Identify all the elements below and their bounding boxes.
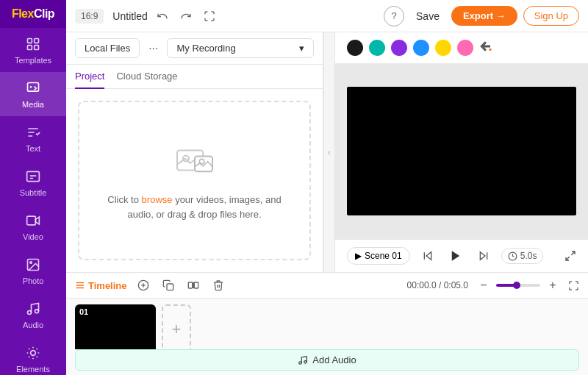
add-scene-toolbar-button[interactable] <box>135 278 152 293</box>
logo-clip-text: Clip <box>34 7 54 20</box>
svg-marker-23 <box>480 252 485 260</box>
svg-rect-19 <box>490 49 492 51</box>
save-button[interactable]: Save <box>410 7 445 25</box>
svg-rect-7 <box>27 216 36 225</box>
sidebar-item-media[interactable]: Media <box>0 72 66 116</box>
skip-back-button[interactable] <box>419 249 437 263</box>
color-purple[interactable] <box>391 40 407 56</box>
topbar: 16:9 Untitled ? Save Export → Sign Up <box>66 0 588 32</box>
panel-collapse-handle[interactable]: ‹ <box>323 32 335 272</box>
expand-preview-button[interactable] <box>564 250 576 262</box>
help-button[interactable]: ? <box>384 6 404 26</box>
duration-value: 5.0s <box>520 251 537 261</box>
color-pink[interactable] <box>457 40 473 56</box>
templates-icon <box>24 35 42 53</box>
preview-panel: ▶ Scene 01 5.0s <box>335 32 588 272</box>
logo-area: FlexClip <box>0 0 66 28</box>
more-options-button[interactable]: ··· <box>146 39 161 58</box>
sidebar-item-photo[interactable]: Photo <box>0 249 66 293</box>
tab-cloud-storage[interactable]: Cloud Storage <box>116 65 177 89</box>
signup-button[interactable]: Sign Up <box>523 6 579 26</box>
export-button[interactable]: Export → <box>451 6 517 26</box>
sidebar: FlexClip Templates Media Text Subtitle V <box>0 0 66 375</box>
music-icon <box>298 355 308 365</box>
timeline-time-display: 00:00.0 / 0:05.0 <box>407 280 468 290</box>
drop-instructions: Click to browse your videos, images, and… <box>94 193 295 221</box>
templates-label: Templates <box>15 56 51 65</box>
video-preview-area <box>335 63 588 239</box>
svg-rect-0 <box>28 39 32 43</box>
timeline-expand-button[interactable] <box>568 280 579 291</box>
svg-rect-4 <box>28 83 39 92</box>
zoom-in-button[interactable]: + <box>545 277 561 293</box>
zoom-out-button[interactable]: − <box>476 277 492 293</box>
skip-forward-button[interactable] <box>475 249 492 263</box>
color-blue[interactable] <box>413 40 429 56</box>
timeline-label: Timeline <box>75 280 127 291</box>
sidebar-item-subtitle[interactable]: Subtitle <box>0 160 66 204</box>
audio-icon <box>24 300 42 318</box>
drop-text-prefix: Click to <box>107 194 139 205</box>
color-teal[interactable] <box>369 40 385 56</box>
svg-marker-22 <box>451 251 459 261</box>
color-black[interactable] <box>347 40 363 56</box>
sidebar-item-text[interactable]: Text <box>0 116 66 160</box>
tab-project[interactable]: Project <box>75 65 104 89</box>
zoom-slider-thumb <box>513 282 520 289</box>
elements-icon <box>24 344 42 362</box>
media-drop-zone[interactable]: Click to browse your videos, images, and… <box>78 101 311 260</box>
text-label: Text <box>26 144 40 153</box>
clock-icon <box>508 251 517 261</box>
scene-selector-button[interactable]: ▶ Scene 01 <box>347 247 410 265</box>
scene-thumbnail-1[interactable]: 01 <box>75 304 156 349</box>
video-canvas <box>347 87 576 216</box>
logo-flex-text: Flex <box>12 7 34 20</box>
content-row: Local Files ··· My Recording ▾ Project C… <box>66 32 588 272</box>
video-icon <box>24 212 42 229</box>
split-scene-button[interactable] <box>184 278 202 293</box>
media-tabs: Project Cloud Storage <box>66 65 323 89</box>
svg-point-9 <box>30 262 32 264</box>
playback-controls: ▶ Scene 01 5.0s <box>335 239 588 272</box>
color-yellow[interactable] <box>435 40 451 56</box>
add-audio-label: Add Audio <box>312 354 356 365</box>
aspect-ratio-badge: 16:9 <box>75 9 104 24</box>
recording-dropdown[interactable]: My Recording ▾ <box>167 38 314 58</box>
svg-point-11 <box>35 310 39 313</box>
sidebar-item-audio[interactable]: Audio <box>0 293 66 337</box>
audio-label: Audio <box>23 321 43 329</box>
svg-point-37 <box>299 361 302 364</box>
svg-point-12 <box>31 351 36 356</box>
timeline-toolbar: Timeline 00:00.0 / 0:05.0 − + <box>66 273 588 299</box>
play-pause-button[interactable] <box>445 246 466 266</box>
subtitle-label: Subtitle <box>20 188 47 197</box>
scene-number: 01 <box>79 307 88 316</box>
fullscreen-button[interactable] <box>201 7 218 25</box>
redo-button[interactable] <box>177 7 195 25</box>
svg-point-10 <box>28 311 32 315</box>
video-label: Video <box>23 232 43 241</box>
sidebar-item-elements[interactable]: Elements <box>0 337 66 375</box>
delete-scene-button[interactable] <box>209 278 227 293</box>
timeline-zoom-control: − + <box>476 277 561 293</box>
photo-icon <box>24 256 42 274</box>
sidebar-item-video[interactable]: Video <box>0 204 66 249</box>
zoom-slider[interactable] <box>496 284 540 287</box>
browse-link[interactable]: browse <box>142 194 176 205</box>
media-label: Media <box>22 100 44 109</box>
sidebar-item-templates[interactable]: Templates <box>0 28 66 72</box>
svg-rect-33 <box>188 282 192 288</box>
chevron-down-icon: ▾ <box>299 43 304 54</box>
add-audio-button[interactable]: Add Audio <box>75 349 579 371</box>
copy-scene-button[interactable] <box>159 278 177 293</box>
add-scene-button[interactable]: + <box>162 304 191 349</box>
fill-color-icon[interactable] <box>479 40 492 56</box>
undo-button[interactable] <box>154 7 171 25</box>
media-icon <box>24 79 42 97</box>
svg-rect-1 <box>35 39 39 43</box>
upload-icon <box>171 140 218 184</box>
elements-label: Elements <box>16 365 50 374</box>
local-files-button[interactable]: Local Files <box>75 38 140 58</box>
svg-marker-20 <box>426 252 431 260</box>
document-title[interactable]: Untitled <box>112 10 147 22</box>
